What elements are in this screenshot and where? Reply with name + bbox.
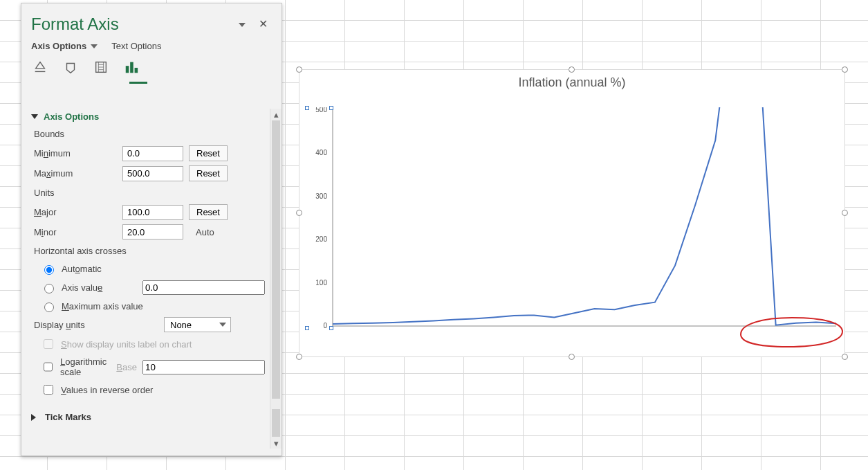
- bounds-label: Bounds: [31, 125, 268, 143]
- scroll-down-button[interactable]: ▾: [270, 437, 281, 449]
- major-unit-input[interactable]: [122, 205, 183, 220]
- chart-plot-area[interactable]: 0100200300400500196819721974197619781980…: [306, 107, 840, 329]
- major-unit-reset-button[interactable]: Reset: [189, 204, 228, 220]
- crosses-max-radio[interactable]: [44, 302, 54, 312]
- axis-selection-handle[interactable]: [305, 106, 309, 110]
- minor-unit-label: Minor: [34, 227, 117, 237]
- scroll-thumb[interactable]: [272, 409, 280, 437]
- show-display-units-label-checkbox: [44, 339, 53, 349]
- svg-text:400: 400: [315, 149, 327, 156]
- minimum-input[interactable]: [122, 146, 183, 161]
- display-units-label: Display units: [34, 320, 158, 330]
- minimum-label: Minimum: [34, 148, 117, 159]
- scroll-up-button[interactable]: ▴: [270, 109, 281, 120]
- display-units-value: None: [170, 320, 192, 330]
- maximum-reset-button[interactable]: Reset: [189, 165, 228, 181]
- active-tab-underline: [129, 82, 147, 84]
- fill-line-icon[interactable]: [31, 58, 49, 76]
- crosses-axis-value-input: [142, 280, 265, 295]
- tab-axis-options[interactable]: Axis Options: [31, 41, 98, 51]
- units-label: Units: [31, 183, 268, 202]
- svg-text:300: 300: [315, 192, 327, 200]
- close-icon[interactable]: ✕: [255, 16, 272, 32]
- pane-scrollbar[interactable]: ▴ ▾: [270, 109, 281, 449]
- chart-resize-handle[interactable]: [569, 354, 575, 360]
- chart-svg: 0100200300400500196819721974197619781980…: [306, 107, 840, 329]
- crosses-automatic-label: Automatic: [62, 264, 102, 274]
- crosses-automatic-radio[interactable]: [44, 265, 54, 275]
- chart-object[interactable]: Inflation (annual %) 0100200300400500196…: [299, 69, 845, 357]
- pane-title: Format Axis: [31, 15, 119, 33]
- svg-text:500: 500: [315, 107, 327, 114]
- tab-text-options[interactable]: Text Options: [111, 41, 161, 51]
- show-display-units-label: Show display units label on chart: [61, 339, 192, 350]
- scroll-thumb[interactable]: [272, 120, 280, 399]
- size-properties-icon[interactable]: [92, 58, 110, 76]
- logarithmic-scale-label: Logarithmic scale: [60, 356, 111, 377]
- svg-text:0: 0: [323, 322, 327, 329]
- maximum-label: Maximum: [34, 168, 117, 179]
- chevron-down-icon: [31, 114, 38, 119]
- log-base-input: [142, 360, 265, 374]
- section-title: Axis Options: [44, 111, 99, 122]
- svg-text:100: 100: [315, 279, 327, 287]
- values-reverse-label: Values in reverse order: [61, 385, 153, 395]
- chart-resize-handle[interactable]: [296, 354, 302, 360]
- display-units-select[interactable]: None: [164, 317, 231, 332]
- chart-resize-handle[interactable]: [842, 66, 848, 73]
- major-unit-label: Major: [34, 207, 117, 217]
- chart-resize-handle[interactable]: [842, 210, 848, 216]
- section-axis-options[interactable]: Axis Options: [31, 109, 268, 125]
- svg-rect-35: [135, 68, 138, 73]
- svg-rect-34: [130, 62, 133, 73]
- values-reverse-checkbox[interactable]: [44, 385, 53, 395]
- chart-title[interactable]: Inflation (annual %): [299, 70, 844, 93]
- chart-resize-handle[interactable]: [569, 66, 575, 73]
- pane-header: Format Axis ✕: [21, 3, 281, 41]
- svg-rect-33: [126, 66, 129, 73]
- format-axis-pane: Format Axis ✕ Axis Options Text Options: [21, 3, 282, 456]
- logarithmic-scale-checkbox[interactable]: [44, 362, 53, 372]
- minimum-reset-button[interactable]: Reset: [189, 145, 228, 161]
- tab-label: Axis Options: [31, 41, 86, 51]
- minor-unit-input[interactable]: [122, 224, 183, 239]
- crosses-max-label: Maximum axis value: [62, 301, 143, 311]
- chevron-right-icon: [31, 414, 39, 421]
- chart-resize-handle[interactable]: [296, 66, 302, 73]
- section-tick-marks[interactable]: Tick Marks: [31, 409, 268, 425]
- effects-icon[interactable]: [62, 58, 80, 76]
- maximum-input[interactable]: [122, 166, 183, 181]
- section-title: Tick Marks: [45, 412, 91, 422]
- chart-resize-handle[interactable]: [296, 210, 302, 216]
- chart-resize-handle[interactable]: [842, 354, 848, 360]
- annotation-red-oval: [735, 314, 846, 351]
- pane-options-dropdown[interactable]: [239, 19, 246, 29]
- log-base-label: Base: [116, 362, 137, 372]
- svg-text:200: 200: [315, 235, 327, 243]
- axis-options-icon[interactable]: [122, 58, 140, 76]
- crosses-axis-value-label: Axis value: [62, 282, 102, 293]
- axis-selection-handle[interactable]: [329, 326, 333, 330]
- chevron-down-icon: [219, 323, 226, 327]
- axis-selection-handle[interactable]: [329, 106, 333, 110]
- chevron-down-icon: [91, 44, 98, 48]
- axis-crosses-label: Horizontal axis crosses: [31, 242, 268, 260]
- axis-selection-handle[interactable]: [305, 326, 309, 330]
- minor-unit-auto-label: Auto: [189, 225, 221, 239]
- crosses-axis-value-radio[interactable]: [44, 284, 54, 293]
